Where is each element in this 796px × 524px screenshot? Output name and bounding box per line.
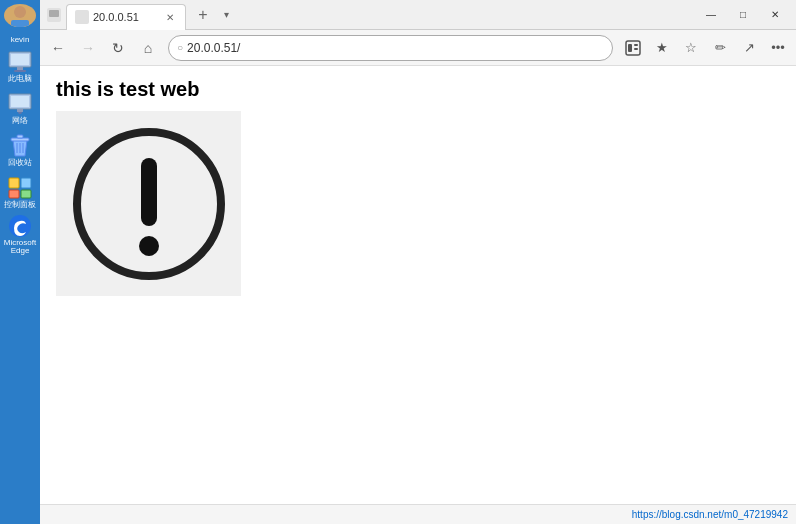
address-lock-icon: ○ bbox=[177, 42, 183, 53]
nav-actions: ★ ☆ ✏ ↗ ••• bbox=[619, 34, 792, 62]
svg-rect-29 bbox=[141, 158, 157, 226]
svg-rect-23 bbox=[49, 10, 59, 17]
warning-image bbox=[56, 111, 241, 296]
close-button[interactable]: ✕ bbox=[760, 5, 790, 25]
taskbar-avatar[interactable]: kevin bbox=[3, 4, 37, 44]
share-button[interactable]: ↗ bbox=[735, 34, 763, 62]
title-bar: 20.0.0.51 ✕ + ▾ — □ ✕ bbox=[40, 0, 796, 30]
tab-close-button[interactable]: ✕ bbox=[163, 10, 177, 24]
tab-dropdown-button[interactable]: ▾ bbox=[216, 2, 236, 28]
status-link[interactable]: https://blog.csdn.net/m0_47219942 bbox=[632, 509, 788, 520]
notes-button[interactable]: ✏ bbox=[706, 34, 734, 62]
svg-rect-26 bbox=[634, 44, 638, 46]
svg-rect-20 bbox=[21, 190, 31, 198]
browser-tab[interactable]: 20.0.0.51 ✕ bbox=[66, 4, 186, 30]
window-controls: — □ ✕ bbox=[696, 5, 790, 25]
nav-bar: ← → ↻ ⌂ ○ 20.0.0.51/ ★ ☆ ✏ ↗ ••• bbox=[40, 30, 796, 66]
taskbar-left: kevin 此电脑 网络 bbox=[0, 0, 40, 524]
taskbar-icon-edge[interactable]: Microsoft Edge bbox=[3, 214, 37, 254]
tab-title: 20.0.0.51 bbox=[93, 11, 139, 23]
address-text: 20.0.0.51/ bbox=[187, 41, 604, 55]
tab-area: 20.0.0.51 ✕ + ▾ bbox=[46, 2, 692, 28]
edge-icon-label: Microsoft Edge bbox=[3, 239, 37, 255]
svg-rect-5 bbox=[11, 54, 29, 65]
forward-button[interactable]: → bbox=[74, 34, 102, 62]
svg-rect-3 bbox=[11, 20, 29, 28]
network-icon-label: 网络 bbox=[12, 117, 28, 125]
taskbar-icon-recycle[interactable]: 回收站 bbox=[3, 130, 37, 170]
reader-view-button[interactable] bbox=[619, 34, 647, 62]
svg-rect-11 bbox=[17, 109, 23, 112]
page-heading: this is test web bbox=[56, 78, 780, 101]
svg-rect-27 bbox=[634, 48, 638, 50]
page-content: this is test web bbox=[40, 66, 796, 504]
warning-icon-svg bbox=[69, 124, 229, 284]
favorites-button[interactable]: ★ bbox=[648, 34, 676, 62]
minimize-button[interactable]: — bbox=[696, 5, 726, 25]
home-button[interactable]: ⌂ bbox=[134, 34, 162, 62]
more-button[interactable]: ••• bbox=[764, 34, 792, 62]
svg-rect-9 bbox=[11, 96, 29, 107]
taskbar-user-label: kevin bbox=[11, 36, 30, 44]
taskbar-icon-network[interactable]: 网络 bbox=[3, 88, 37, 128]
svg-rect-19 bbox=[9, 190, 19, 198]
tab-favicon bbox=[75, 10, 89, 24]
svg-rect-7 bbox=[14, 70, 26, 72]
svg-rect-25 bbox=[628, 44, 632, 52]
taskbar-icon-computer[interactable]: 此电脑 bbox=[3, 46, 37, 86]
browser-window: 20.0.0.51 ✕ + ▾ — □ ✕ ← → ↻ ⌂ ○ 20.0.0.5… bbox=[40, 0, 796, 524]
address-bar[interactable]: ○ 20.0.0.51/ bbox=[168, 35, 613, 61]
svg-rect-18 bbox=[21, 178, 31, 188]
browser-favicon bbox=[46, 7, 62, 23]
maximize-button[interactable]: □ bbox=[728, 5, 758, 25]
reload-button[interactable]: ↻ bbox=[104, 34, 132, 62]
svg-rect-17 bbox=[9, 178, 19, 188]
svg-point-2 bbox=[14, 6, 26, 18]
computer-icon-label: 此电脑 bbox=[8, 75, 32, 83]
status-bar: https://blog.csdn.net/m0_47219942 bbox=[40, 504, 796, 524]
back-button[interactable]: ← bbox=[44, 34, 72, 62]
svg-rect-13 bbox=[17, 135, 23, 138]
hub-button[interactable]: ☆ bbox=[677, 34, 705, 62]
control-panel-icon-label: 控制面板 bbox=[4, 201, 36, 209]
svg-point-30 bbox=[139, 236, 159, 256]
taskbar-icon-control-panel[interactable]: 控制面板 bbox=[3, 172, 37, 212]
recycle-icon-label: 回收站 bbox=[8, 159, 32, 167]
new-tab-button[interactable]: + bbox=[190, 2, 216, 28]
svg-rect-6 bbox=[17, 67, 23, 70]
